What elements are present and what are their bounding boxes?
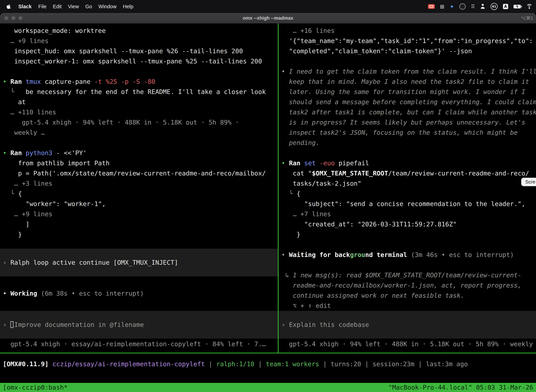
terminal-line: continue assigned work or next feasible … bbox=[278, 290, 536, 301]
terminal-line: keep that in mind. Maybe I also need the… bbox=[278, 77, 536, 87]
terminal-line: "subject": "send a concise recommendatio… bbox=[278, 199, 536, 209]
terminal-line: ] bbox=[0, 219, 278, 229]
terminal-line: › Explain this codebase bbox=[278, 320, 536, 330]
terminal-line: weekly … bbox=[0, 127, 278, 138]
menu-bar-left: Slack FileEditViewGoWindowHelp bbox=[0, 4, 136, 9]
terminal-line: should send a message before completing … bbox=[278, 97, 536, 107]
terminal-line: "completed","claim_token":"claim-token"}… bbox=[278, 46, 536, 56]
window-shortcut-hint: ⌥⌘1 bbox=[521, 13, 533, 23]
terminal-line: } bbox=[278, 229, 536, 240]
input-source-icon[interactable]: A bbox=[503, 4, 508, 9]
terminal-block: workspace_mode: worktree … +9 lines insp… bbox=[0, 26, 278, 240]
menu-view[interactable]: View bbox=[65, 4, 82, 9]
omx-status-line: [OMX#0.11.9] cczip/essay/ai-reimplementa… bbox=[0, 353, 536, 369]
terminal-line: … +9 lines bbox=[0, 209, 278, 219]
macos-menu-bar: Slack FileEditViewGoWindowHelp ⊞✦⠿61A bbox=[0, 0, 536, 13]
menu-app-name[interactable]: Slack bbox=[15, 4, 35, 9]
terminal-line: ⌥ + ↑ edit bbox=[278, 301, 536, 311]
terminal-line: gpt-5.4 xhigh · 94% left · 488K in · 5.1… bbox=[0, 117, 278, 127]
menu-file[interactable]: File bbox=[35, 4, 50, 9]
battery-percent-badge[interactable]: 61 bbox=[491, 3, 498, 10]
terminal-line: └ { bbox=[0, 189, 278, 199]
terminal-line: task2 after task1 is complete, but can I… bbox=[278, 107, 536, 117]
prompt-suggestion[interactable]: › Explain this codebase bbox=[278, 311, 536, 339]
terminal-line: • Ran set -euo pipefail bbox=[278, 158, 536, 168]
prompt-input[interactable]: › Improve documentation in @filename bbox=[0, 311, 278, 339]
left-terminal-pane[interactable]: workspace_mode: worktree … +9 lines insp… bbox=[0, 23, 278, 353]
dark-app-icon[interactable] bbox=[459, 3, 466, 10]
menu-go[interactable]: Go bbox=[82, 4, 95, 9]
terminal-line: • Ran tmux capture-pane -t %25 -p -S -80 bbox=[0, 77, 278, 87]
menu-help[interactable]: Help bbox=[120, 4, 137, 9]
terminal-line: readme-and-reco/mailbox/worker-1.json, a… bbox=[278, 280, 536, 290]
terminal-line: … +110 lines bbox=[0, 107, 278, 117]
terminal-line: › Improve documentation in @filename bbox=[0, 320, 278, 330]
ralph-loop-banner: › Ralph loop active continue [OMX_TMUX_I… bbox=[0, 249, 278, 276]
menu-items: FileEditViewGoWindowHelp bbox=[35, 4, 137, 9]
terminal-line: tasks/task-2.json" bbox=[278, 178, 536, 189]
terminal-block: … +16 lines '{"team_name":"my-team","tas… bbox=[278, 26, 536, 311]
terminal-line: inspect_hud: omx sparkshell --tmux-pane … bbox=[0, 46, 278, 56]
terminal-line: … +9 lines bbox=[0, 36, 278, 46]
terminal-block: gpt-5.4 xhigh · 94% left · 488K in · 5.1… bbox=[278, 339, 536, 349]
terminal-line: gpt-5.4 xhigh · 94% left · 488K in · 5.1… bbox=[278, 339, 536, 349]
terminal-line: › Ralph loop active continue [OMX_TMUX_I… bbox=[0, 257, 278, 268]
terminal-line: p = Path('.omx/state/team/review-current… bbox=[0, 168, 278, 178]
terminal-line: └ { bbox=[278, 189, 536, 199]
terminal-line: ↳ 1 new msg(s): read $OMX_TEAM_STATE_ROO… bbox=[278, 270, 536, 280]
terminal-line: inspect task2's JSON, focusing on the st… bbox=[278, 127, 536, 138]
terminal-line: … +7 lines bbox=[278, 209, 536, 219]
terminal-line: cat "$OMX_TEAM_STATE_ROOT/team/review-cu… bbox=[278, 168, 536, 178]
blue-app-icon[interactable]: ✦ bbox=[450, 4, 454, 10]
person-icon[interactable] bbox=[480, 4, 485, 9]
terminal-line bbox=[0, 138, 278, 148]
right-terminal-pane[interactable]: … +16 lines '{"team_name":"my-team","tas… bbox=[278, 23, 536, 353]
terminal-line: workspace_mode: worktree bbox=[0, 26, 278, 36]
terminal-line: • I need to get the claim token from the… bbox=[278, 66, 536, 77]
terminal-line: … +3 lines bbox=[0, 178, 278, 189]
terminal-line: "created_at": "2026-03-31T11:59:27.816Z" bbox=[278, 219, 536, 229]
terminal-line: is in progress? It seems likely but perh… bbox=[278, 117, 536, 127]
terminal-line: inspect_worker-1: omx sparkshell --tmux-… bbox=[0, 56, 278, 66]
terminal-line: from pathlib import Path bbox=[0, 158, 278, 168]
tmux-terminal: workspace_mode: worktree … +9 lines insp… bbox=[0, 23, 536, 392]
screen-edge-tooltip: Scre bbox=[521, 178, 536, 186]
terminal-line: pending. bbox=[278, 138, 536, 148]
terminal-line bbox=[278, 260, 536, 270]
apple-icon bbox=[6, 4, 11, 9]
terminal-line: '{"team_name":"my-team","task_id":"1","f… bbox=[278, 36, 536, 46]
wifi-icon[interactable] bbox=[526, 4, 532, 9]
terminal-block: • Working (6m 38s • esc to interrupt) bbox=[0, 288, 278, 299]
terminal-line: "worker": "worker-1", bbox=[0, 199, 278, 209]
tmux-host-clock: "MacBook-Pro-44.local" 05:03 31-Mar-26 bbox=[388, 383, 533, 392]
terminal-line: • Ran python3 - <<'PY' bbox=[0, 148, 278, 158]
tmux-status-bar: [omx-cczip0:bash* "MacBook-Pro-44.local"… bbox=[0, 383, 536, 392]
grid-icon[interactable]: ⊞ bbox=[440, 4, 444, 10]
terminal-line bbox=[0, 66, 278, 77]
tmux-session-label[interactable]: [omx-cczip0:bash* bbox=[3, 383, 67, 392]
screen-recording-indicator-icon[interactable] bbox=[428, 4, 435, 9]
dots-grid-icon[interactable]: ⠿ bbox=[471, 4, 475, 10]
input-source-icon-label: A bbox=[504, 5, 507, 9]
terminal-line: gpt-5.4 xhigh · essay/ai-reimplementatio… bbox=[0, 339, 278, 349]
battery-percent-badge-label: 61 bbox=[492, 5, 496, 8]
terminal-line: └ be necessary for the end of the README… bbox=[0, 87, 278, 97]
terminal-line bbox=[278, 56, 536, 66]
terminal-block: gpt-5.4 xhigh · essay/ai-reimplementatio… bbox=[0, 339, 278, 349]
terminal-line bbox=[278, 240, 536, 250]
menu-window[interactable]: Window bbox=[95, 4, 120, 9]
terminal-line: • Waiting for background terminal (3m 46… bbox=[278, 250, 536, 260]
terminal-line: later. Using the same for transition mig… bbox=[278, 87, 536, 97]
menu-edit[interactable]: Edit bbox=[50, 4, 65, 9]
battery-icon[interactable] bbox=[513, 5, 521, 9]
window-title: omx --xhigh --madmax bbox=[0, 13, 536, 23]
window-title-bar[interactable]: omx --xhigh --madmax ⌥⌘1 bbox=[0, 13, 536, 23]
terminal-line: • Working (6m 38s • esc to interrupt) bbox=[0, 288, 278, 299]
terminal-line: … +16 lines bbox=[278, 26, 536, 36]
status-icons: ⊞✦⠿61A bbox=[428, 3, 536, 10]
screen: Slack FileEditViewGoWindowHelp ⊞✦⠿61A om… bbox=[0, 0, 536, 392]
apple-menu[interactable] bbox=[6, 4, 15, 9]
terminal-line: at bbox=[0, 97, 278, 107]
terminal-line: } bbox=[0, 229, 278, 240]
terminal-window: omx --xhigh --madmax ⌥⌘1 workspace_mode:… bbox=[0, 13, 536, 392]
